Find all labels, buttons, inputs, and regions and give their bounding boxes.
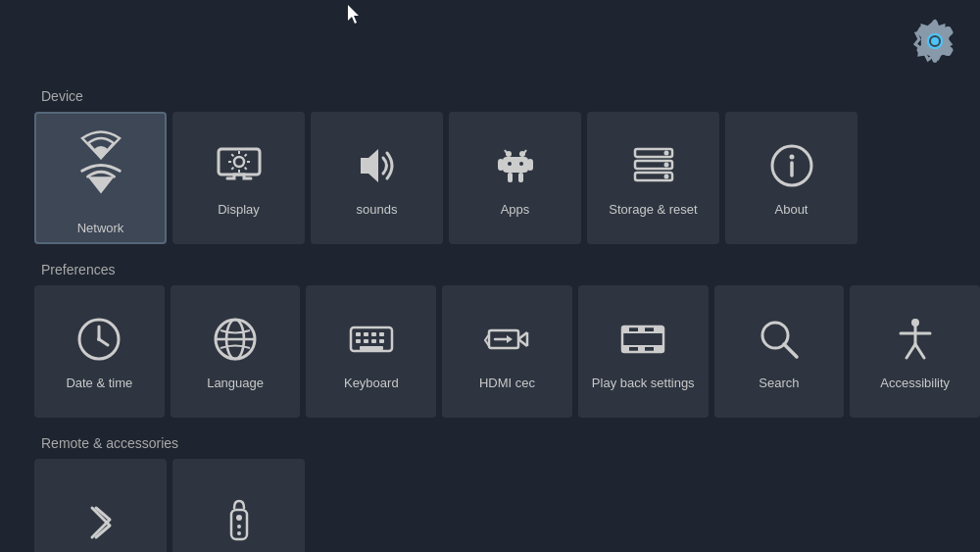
remote-icon xyxy=(213,494,266,547)
tile-display[interactable]: Display xyxy=(172,112,305,244)
tile-sounds[interactable]: sounds xyxy=(311,112,443,244)
svg-point-25 xyxy=(508,162,512,166)
svg-marker-4 xyxy=(87,176,114,193)
svg-line-75 xyxy=(915,344,924,358)
tile-search[interactable]: Search xyxy=(714,285,845,418)
display-icon xyxy=(213,139,266,192)
preferences-label: Preferences xyxy=(41,262,980,277)
remote-tiles-row xyxy=(34,459,980,552)
device-tiles-row: Network Displa xyxy=(34,112,980,244)
sound-icon xyxy=(351,139,404,192)
svg-marker-54 xyxy=(485,334,489,346)
svg-rect-52 xyxy=(360,346,383,350)
svg-line-11 xyxy=(231,154,233,156)
tile-datetime[interactable]: Date & time xyxy=(34,285,165,418)
svg-rect-49 xyxy=(364,339,368,343)
svg-rect-18 xyxy=(503,157,528,173)
accessibility-label: Accessibility xyxy=(880,376,950,390)
svg-rect-47 xyxy=(379,332,384,336)
tile-network[interactable]: Network xyxy=(34,112,167,244)
svg-marker-59 xyxy=(507,335,513,343)
tile-about[interactable]: About xyxy=(725,112,858,244)
svg-rect-66 xyxy=(622,346,629,352)
keyboard-icon xyxy=(345,313,398,366)
about-label: About xyxy=(775,202,808,217)
storage-label: Storage & reset xyxy=(609,202,697,217)
tile-playback[interactable]: Play back settings xyxy=(578,285,709,418)
tile-bluetooth[interactable] xyxy=(34,459,167,552)
svg-point-30 xyxy=(663,163,668,168)
svg-rect-51 xyxy=(379,339,384,343)
keyboard-label: Keyboard xyxy=(344,376,399,390)
svg-rect-65 xyxy=(654,326,663,332)
mouse-cursor xyxy=(348,5,362,25)
svg-rect-50 xyxy=(371,339,376,343)
preferences-section: Preferences Date & time xyxy=(0,262,980,418)
remote-label: Remote & accessories xyxy=(41,435,980,451)
tile-accessibility[interactable]: Accessibility xyxy=(850,285,980,418)
svg-rect-21 xyxy=(508,173,513,182)
svg-line-56 xyxy=(518,339,527,346)
svg-rect-63 xyxy=(622,326,629,332)
svg-line-14 xyxy=(231,168,233,170)
playback-label: Play back settings xyxy=(592,376,695,390)
tile-language[interactable]: Language xyxy=(171,285,301,418)
svg-line-55 xyxy=(518,332,527,339)
tile-keyboard[interactable]: Keyboard xyxy=(306,285,436,418)
device-label: Device xyxy=(41,88,980,104)
about-icon xyxy=(765,139,818,192)
remote-section: Remote & accessories xyxy=(0,435,980,552)
tile-hdmi[interactable]: HDMI cec xyxy=(442,285,572,418)
svg-point-6 xyxy=(234,157,244,167)
tile-remote[interactable] xyxy=(172,459,305,552)
apps-icon xyxy=(489,139,542,192)
bluetooth-icon xyxy=(74,494,127,547)
svg-line-74 xyxy=(906,344,915,358)
device-section: Device Network xyxy=(0,88,980,244)
sounds-label: sounds xyxy=(357,202,398,217)
clock-icon xyxy=(73,313,125,366)
svg-rect-48 xyxy=(356,339,361,343)
svg-point-39 xyxy=(97,337,101,341)
svg-rect-46 xyxy=(371,332,376,336)
svg-line-12 xyxy=(244,168,246,170)
hdmi-icon xyxy=(481,313,534,366)
display-label: Display xyxy=(218,202,260,217)
hdmi-label: HDMI cec xyxy=(479,376,535,390)
svg-point-28 xyxy=(663,151,668,156)
svg-rect-64 xyxy=(638,326,645,332)
svg-point-3 xyxy=(931,37,939,45)
storage-icon xyxy=(627,139,680,192)
settings-icon[interactable] xyxy=(911,18,958,65)
preferences-tiles-row: Date & time Language xyxy=(34,285,980,418)
wifi-icon-actual xyxy=(74,154,127,211)
apps-label: Apps xyxy=(501,202,530,217)
accessibility-icon xyxy=(889,313,942,366)
svg-point-78 xyxy=(237,525,241,528)
svg-rect-44 xyxy=(356,332,361,336)
svg-rect-19 xyxy=(498,159,504,171)
svg-point-26 xyxy=(519,162,523,166)
tile-storage[interactable]: Storage & reset xyxy=(587,112,719,244)
svg-point-77 xyxy=(236,515,242,521)
svg-point-35 xyxy=(789,155,794,160)
svg-rect-45 xyxy=(364,332,368,336)
globe-icon xyxy=(209,313,262,366)
svg-point-32 xyxy=(663,175,668,179)
language-label: Language xyxy=(207,376,264,390)
svg-line-70 xyxy=(784,344,797,357)
svg-line-13 xyxy=(244,154,246,156)
svg-marker-15 xyxy=(361,149,378,182)
svg-point-79 xyxy=(237,531,241,535)
svg-rect-68 xyxy=(654,346,663,352)
film-icon xyxy=(616,313,669,366)
svg-rect-20 xyxy=(527,159,533,171)
search-label: Search xyxy=(759,376,799,390)
network-label: Network xyxy=(77,221,124,235)
svg-rect-67 xyxy=(638,346,645,352)
tile-apps[interactable]: Apps xyxy=(449,112,581,244)
svg-rect-22 xyxy=(518,173,523,182)
search-icon xyxy=(753,313,806,366)
datetime-label: Date & time xyxy=(66,376,132,390)
